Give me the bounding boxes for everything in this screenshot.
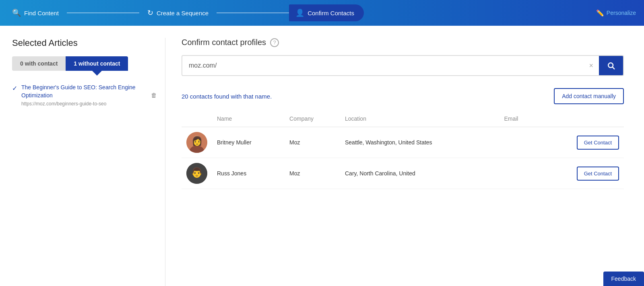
contact-location: Seattle, Washington, United States xyxy=(340,127,499,158)
page-title: Selected Articles xyxy=(12,38,157,48)
trash-icon[interactable]: 🗑 xyxy=(151,92,157,99)
left-panel: Selected Articles 0 with contact 1 witho… xyxy=(12,38,165,286)
confirm-title: Confirm contact profiles ? xyxy=(182,38,624,47)
nav-step-find-content[interactable]: 🔍 Find Content xyxy=(8,8,63,17)
personalize-label: Personalize xyxy=(607,10,636,16)
contact-name: Russ Jones xyxy=(212,158,285,189)
tab-with-contact[interactable]: 0 with contact xyxy=(12,56,66,71)
svg-text:👩: 👩 xyxy=(192,136,203,146)
article-list: ✓ The Beginner's Guide to SEO: Search En… xyxy=(12,80,157,110)
nav-step-create-sequence-label: Create a Sequence xyxy=(157,10,208,16)
clear-icon[interactable]: × xyxy=(583,62,599,70)
add-contact-manually-button[interactable]: Add contact manually xyxy=(554,88,624,104)
action-cell: Get Contact xyxy=(538,127,624,158)
top-navigation: 🔍 Find Content ↻ Create a Sequence 👤 Con… xyxy=(0,0,644,26)
search-icon: 🔍 xyxy=(12,8,21,17)
refresh-icon: ↻ xyxy=(147,8,153,17)
contact-table: Name Company Location Email xyxy=(182,112,624,189)
user-icon: 👤 xyxy=(295,8,304,17)
nav-divider-1 xyxy=(67,12,139,13)
article-title[interactable]: The Beginner's Guide to SEO: Search Engi… xyxy=(21,84,136,99)
results-header: 20 contacts found with that name. Add co… xyxy=(182,88,624,104)
article-url: https://moz.com/beginners-guide-to-seo xyxy=(21,101,147,107)
table-header-row: Name Company Location Email xyxy=(182,112,624,127)
get-contact-button-1[interactable]: Get Contact xyxy=(577,136,619,150)
action-cell: Get Contact xyxy=(538,158,624,189)
svg-text:👨: 👨 xyxy=(191,167,203,178)
nav-divider-2 xyxy=(217,12,289,13)
col-avatar xyxy=(182,112,212,127)
results-count: 20 contacts found with that name. xyxy=(182,93,272,100)
feedback-button[interactable]: Feedback xyxy=(603,272,644,286)
nav-step-confirm-contacts-label: Confirm Contacts xyxy=(308,10,354,16)
table-row: 👨 Russ Jones Moz Cary, North Carolina, U… xyxy=(182,158,624,189)
help-icon[interactable]: ? xyxy=(270,38,279,47)
search-input[interactable] xyxy=(182,56,583,75)
col-name: Name xyxy=(212,112,285,127)
main-content: Selected Articles 0 with contact 1 witho… xyxy=(0,26,644,286)
contact-email xyxy=(499,158,538,189)
right-panel: Confirm contact profiles ? × 20 contacts… xyxy=(165,38,632,286)
contact-name: Britney Muller xyxy=(212,127,285,158)
get-contact-button-2[interactable]: Get Contact xyxy=(577,167,619,181)
article-item: ✓ The Beginner's Guide to SEO: Search En… xyxy=(12,80,157,110)
article-info: The Beginner's Guide to SEO: Search Engi… xyxy=(21,84,147,107)
avatar: 👨 xyxy=(186,163,207,184)
avatar-cell: 👩 xyxy=(182,127,212,158)
confirm-title-text: Confirm contact profiles xyxy=(182,38,266,47)
contact-company: Moz xyxy=(285,127,340,158)
person-silhouette: 👨 xyxy=(186,163,207,184)
contact-location: Cary, North Carolina, United xyxy=(340,158,499,189)
nav-step-find-content-label: Find Content xyxy=(24,10,59,16)
contact-email xyxy=(499,127,538,158)
nav-step-confirm-contacts[interactable]: 👤 Confirm Contacts xyxy=(289,4,364,21)
col-action xyxy=(538,112,624,127)
personalize-link[interactable]: ✏️ Personalize xyxy=(596,9,636,17)
col-email: Email xyxy=(499,112,538,127)
col-location: Location xyxy=(340,112,499,127)
nav-steps: 🔍 Find Content ↻ Create a Sequence 👤 Con… xyxy=(8,4,596,21)
tab-without-contact[interactable]: 1 without contact xyxy=(66,56,128,71)
article-tabs: 0 with contact 1 without contact xyxy=(12,56,157,71)
contact-company: Moz xyxy=(285,158,340,189)
svg-line-1 xyxy=(613,67,615,69)
table-row: 👩 Britney Muller Moz Seattle, Washington… xyxy=(182,127,624,158)
edit-icon: ✏️ xyxy=(596,9,604,17)
avatar: 👩 xyxy=(186,132,207,153)
avatar-cell: 👨 xyxy=(182,158,212,189)
search-bar: × xyxy=(182,55,624,76)
col-company: Company xyxy=(285,112,340,127)
check-icon: ✓ xyxy=(12,84,17,92)
person-silhouette: 👩 xyxy=(186,132,207,153)
search-button[interactable] xyxy=(599,56,623,75)
nav-step-create-sequence[interactable]: ↻ Create a Sequence xyxy=(143,8,213,17)
